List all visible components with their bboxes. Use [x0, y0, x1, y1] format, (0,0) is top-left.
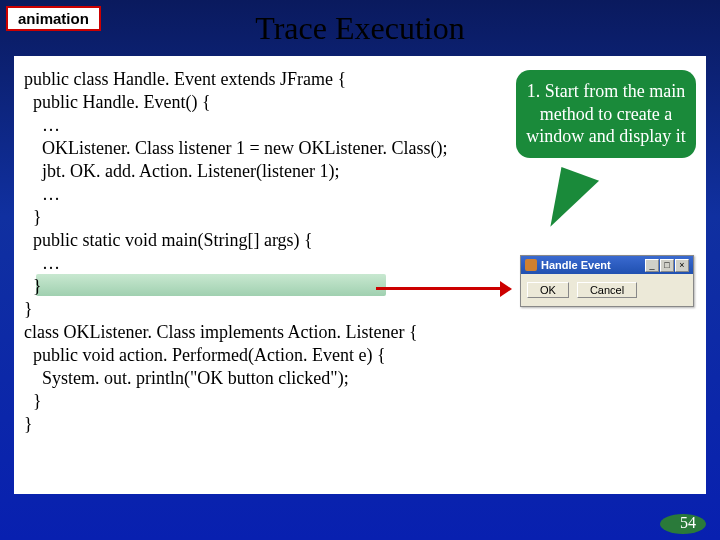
- demo-window-title: Handle Event: [541, 259, 641, 271]
- close-button[interactable]: ×: [675, 259, 689, 272]
- animation-tag: animation: [6, 6, 101, 31]
- maximize-button[interactable]: □: [660, 259, 674, 272]
- cancel-button[interactable]: Cancel: [577, 282, 637, 298]
- demo-window-body: OK Cancel: [521, 274, 693, 306]
- ok-button[interactable]: OK: [527, 282, 569, 298]
- arrow-line: [376, 287, 506, 290]
- step-callout: 1. Start from the main method to create …: [516, 70, 696, 158]
- code-line: System. out. println("OK button clicked"…: [24, 367, 696, 390]
- code-line: public void action. Performed(Action. Ev…: [24, 344, 696, 367]
- code-line: }: [24, 413, 696, 436]
- code-line: }: [24, 390, 696, 413]
- demo-window-titlebar: Handle Event _ □ ×: [521, 256, 693, 274]
- arrow-head-icon: [500, 281, 512, 297]
- demo-window: Handle Event _ □ × OK Cancel: [520, 255, 694, 307]
- code-line: }: [24, 206, 696, 229]
- minimize-button[interactable]: _: [645, 259, 659, 272]
- code-line: class OKListener. Class implements Actio…: [24, 321, 696, 344]
- code-line: public static void main(String[] args) {: [24, 229, 696, 252]
- page-number: 54: [680, 514, 696, 532]
- java-icon: [525, 259, 537, 271]
- slide-title: Trace Execution: [0, 10, 720, 47]
- window-controls: _ □ ×: [645, 259, 689, 272]
